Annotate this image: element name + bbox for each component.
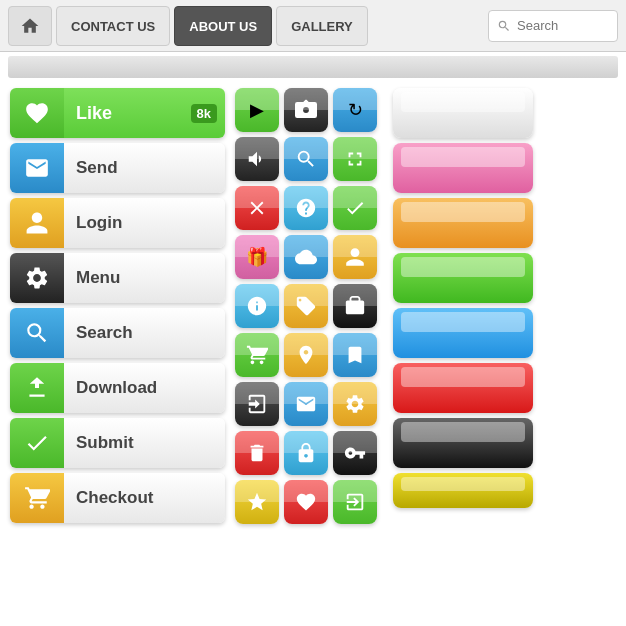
heart-icon: [24, 100, 50, 126]
yellow-bar[interactable]: [393, 473, 533, 508]
search-bar: [488, 10, 618, 42]
play-button[interactable]: ▶: [235, 88, 279, 132]
heart3-icon: [295, 491, 317, 513]
camera-button[interactable]: [284, 88, 328, 132]
user-icon: [24, 210, 50, 236]
lock-icon: [295, 442, 317, 464]
signin-icon: [246, 393, 268, 415]
briefcase-button[interactable]: [333, 284, 377, 328]
checkmark-icon: [344, 197, 366, 219]
checkmark-button[interactable]: [333, 186, 377, 230]
envelope-icon: [24, 155, 50, 181]
color-bars: [393, 88, 533, 524]
checkout-icon-area: [10, 473, 64, 523]
like-count: 8k: [191, 104, 217, 123]
user2-button[interactable]: [333, 235, 377, 279]
search-label: Search: [64, 308, 225, 358]
like-icon-area: [10, 88, 64, 138]
zoom-button[interactable]: [284, 137, 328, 181]
nav-contact-us[interactable]: CONTACT US: [56, 6, 170, 46]
navbar: CONTACT US ABOUT US GALLERY: [0, 0, 626, 52]
download-icon: [24, 375, 50, 401]
cart2-button[interactable]: [235, 333, 279, 377]
search-button[interactable]: Search: [10, 308, 225, 358]
mail-button[interactable]: [284, 382, 328, 426]
briefcase-icon: [344, 295, 366, 317]
send-label: Send: [64, 143, 225, 193]
pin-icon: [295, 344, 317, 366]
close-button[interactable]: [235, 186, 279, 230]
orange-bar[interactable]: [393, 198, 533, 248]
lock-button[interactable]: [284, 431, 328, 475]
refresh-button[interactable]: ↻: [333, 88, 377, 132]
menu-button[interactable]: Menu: [10, 253, 225, 303]
download-button[interactable]: Download: [10, 363, 225, 413]
send-button[interactable]: Send: [10, 143, 225, 193]
download-icon-area: [10, 363, 64, 413]
search-icon-area: [10, 308, 64, 358]
like-button[interactable]: Like 8k: [10, 88, 225, 138]
signin-button[interactable]: [235, 382, 279, 426]
user2-icon: [344, 246, 366, 268]
trash-button[interactable]: [235, 431, 279, 475]
menu-icon-area: [10, 253, 64, 303]
menu-label: Menu: [64, 253, 225, 303]
submit-button[interactable]: Submit: [10, 418, 225, 468]
login-button[interactable]: Login: [10, 198, 225, 248]
main-content: Like 8k Send Login Menu: [0, 82, 626, 530]
green-bar[interactable]: [393, 253, 533, 303]
volume-icon: [246, 148, 268, 170]
cloud-button[interactable]: [284, 235, 328, 279]
like-label: Like 8k: [64, 88, 225, 138]
settings2-icon: [344, 393, 366, 415]
question-icon: [295, 197, 317, 219]
blue-bar[interactable]: [393, 308, 533, 358]
bookmark-icon: [344, 344, 366, 366]
key-icon: [344, 442, 366, 464]
info-icon: [246, 295, 268, 317]
star-icon: [246, 491, 268, 513]
submit-icon-area: [10, 418, 64, 468]
exit-icon: [344, 491, 366, 513]
bookmark-button[interactable]: [333, 333, 377, 377]
magnifier-icon: [24, 320, 50, 346]
settings2-button[interactable]: [333, 382, 377, 426]
gift-button[interactable]: 🎁: [235, 235, 279, 279]
login-label: Login: [64, 198, 225, 248]
login-icon-area: [10, 198, 64, 248]
question-button[interactable]: [284, 186, 328, 230]
volume-button[interactable]: [235, 137, 279, 181]
heart3-button[interactable]: [284, 480, 328, 524]
white-bar[interactable]: [393, 88, 533, 138]
checkout-button[interactable]: Checkout: [10, 473, 225, 523]
pink-bar[interactable]: [393, 143, 533, 193]
red-bar[interactable]: [393, 363, 533, 413]
search-input[interactable]: [517, 18, 607, 33]
cloud-icon: [295, 246, 317, 268]
send-icon-area: [10, 143, 64, 193]
tag-button[interactable]: [284, 284, 328, 328]
pin-button[interactable]: [284, 333, 328, 377]
nav-gallery[interactable]: GALLERY: [276, 6, 368, 46]
expand-icon: [344, 148, 366, 170]
home-button[interactable]: [8, 6, 52, 46]
nav-about-us[interactable]: ABOUT US: [174, 6, 272, 46]
black-bar[interactable]: [393, 418, 533, 468]
checkout-label: Checkout: [64, 473, 225, 523]
left-buttons: Like 8k Send Login Menu: [10, 88, 225, 524]
camera-icon: [295, 99, 317, 121]
cart-icon: [24, 485, 50, 511]
download-label: Download: [64, 363, 225, 413]
star-button[interactable]: [235, 480, 279, 524]
expand-button[interactable]: [333, 137, 377, 181]
info-button[interactable]: [235, 284, 279, 328]
tag-icon: [295, 295, 317, 317]
divider-bar: [8, 56, 618, 78]
mail-icon: [295, 393, 317, 415]
exit-button[interactable]: [333, 480, 377, 524]
search-icon: [497, 19, 511, 33]
close-icon: [246, 197, 268, 219]
check-icon: [24, 430, 50, 456]
trash-icon: [246, 442, 268, 464]
key-button[interactable]: [333, 431, 377, 475]
